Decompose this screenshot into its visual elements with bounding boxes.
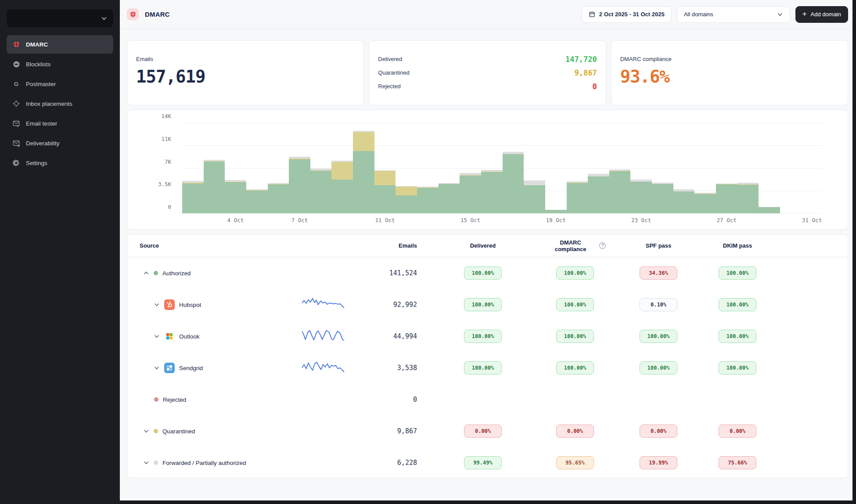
sidebar-item-settings[interactable]: Settings: [7, 154, 113, 172]
bar-segment: [524, 180, 545, 185]
chart-x-tick: 31 Oct: [802, 217, 822, 223]
chart-bar-25-oct[interactable]: [673, 189, 695, 213]
chart-bar-7-oct[interactable]: [289, 157, 310, 213]
bar-segment: [694, 194, 716, 213]
chart-bar-11-oct[interactable]: [374, 170, 396, 213]
dmarc-shield-icon: [127, 8, 139, 20]
chart-bar-6-oct[interactable]: [268, 183, 289, 213]
chevron-down-icon[interactable]: [143, 428, 149, 434]
emails-count: 3,538: [359, 364, 421, 372]
workspace-selector[interactable]: [7, 9, 113, 27]
breakdown-value: 147,720: [565, 55, 597, 64]
sidebar-item-blocklists[interactable]: Blocklists: [7, 55, 113, 73]
sidebar-nav: DMARCBlocklistsGPostmasterInbox placemen…: [7, 35, 113, 173]
chart-bar-29-oct[interactable]: [759, 207, 780, 213]
bar-segment: [353, 151, 374, 213]
bar-segment: [737, 185, 759, 213]
date-range-button[interactable]: 2 Oct 2025 - 31 Oct 2025: [582, 6, 672, 23]
gear-icon: [12, 158, 21, 167]
sidebar-item-inbox-placements[interactable]: Inbox placements: [7, 94, 113, 113]
badge-spf-pass: 100.00%: [640, 361, 677, 374]
chart-bar-8-oct[interactable]: [310, 169, 332, 213]
sparkline-hubspot: [302, 297, 344, 310]
bar-segment: [630, 182, 652, 213]
chart-bar-20-oct[interactable]: [567, 181, 588, 213]
chart-bar-5-oct[interactable]: [246, 189, 268, 213]
sidebar-item-label: DMARC: [26, 41, 48, 48]
bar-segment: [716, 184, 737, 213]
sendgrid-icon: [164, 363, 175, 373]
bar-segment: [396, 187, 417, 195]
sidebar-item-label: Inbox placements: [26, 101, 72, 107]
table-body: Authorized141,524100.00%100.00%34.36%100…: [127, 257, 848, 478]
chevron-down-icon[interactable]: [154, 365, 160, 371]
sidebar-item-dmarc[interactable]: DMARC: [7, 35, 113, 54]
breakdown-row-delivered: Delivered147,720: [378, 52, 597, 66]
chevron-down-icon[interactable]: [154, 302, 160, 308]
chart-bar-18-oct[interactable]: [524, 180, 545, 213]
chart-bar-13-oct[interactable]: [417, 187, 439, 213]
chart-bar-10-oct[interactable]: [353, 131, 374, 213]
chart-bar-15-oct[interactable]: [460, 173, 481, 213]
table-header-row: SourceEmailsDeliveredDMARC compliance?SP…: [127, 234, 848, 257]
badge-dmarc-compliance: 0.00%: [556, 425, 594, 438]
chevron-down-icon[interactable]: [143, 460, 149, 466]
chart-bar-26-oct[interactable]: [694, 193, 716, 213]
sidebar-item-label: Deliverability: [26, 140, 60, 147]
stat-cards: Emails 157,619 Delivered147,720Quarantin…: [127, 40, 848, 105]
badge-spf-pass: 0.10%: [640, 298, 677, 311]
help-icon[interactable]: ?: [599, 242, 606, 249]
chart-bar-9-oct[interactable]: [331, 161, 353, 213]
sidebar-item-deliverability[interactable]: Deliverability: [7, 134, 113, 152]
chevron-up-icon[interactable]: [143, 270, 149, 276]
bar-segment: [673, 191, 695, 213]
emails-count: 6,228: [359, 459, 421, 467]
chart-bar-16-oct[interactable]: [481, 170, 503, 213]
bar-segment: [759, 207, 780, 213]
chart-bar-17-oct[interactable]: [503, 152, 524, 213]
bar-segment: [481, 172, 503, 213]
mail-check-icon: [12, 119, 21, 128]
chart-y-tick: 3.5K: [127, 181, 171, 187]
table-row-rejected: Rejected0: [127, 384, 848, 415]
chart-bar-27-oct[interactable]: [716, 184, 737, 213]
bar-segment: [268, 184, 289, 213]
sidebar-item-postmaster[interactable]: GPostmaster: [7, 75, 113, 93]
breakdown-label: Delivered: [378, 56, 402, 62]
add-domain-button[interactable]: + Add domain: [795, 6, 848, 23]
chart-bar-19-oct[interactable]: [545, 210, 567, 213]
chart-bar-21-oct[interactable]: [588, 174, 609, 213]
sidebar-item-label: Email tester: [26, 120, 57, 127]
source-label: Outlook: [179, 333, 200, 340]
chart-bar-12-oct[interactable]: [396, 186, 417, 213]
chart-bar-14-oct[interactable]: [439, 183, 460, 213]
domain-filter-select[interactable]: All domains: [677, 6, 790, 23]
bar-segment: [374, 185, 396, 213]
chart-bar-4-oct[interactable]: [225, 180, 246, 213]
chart-bar-22-oct[interactable]: [609, 169, 631, 213]
chart-bar-28-oct[interactable]: [737, 183, 759, 213]
chevron-down-icon[interactable]: [154, 333, 160, 339]
emails-total-value: 157,619: [136, 67, 355, 86]
breakdown-label: Quarantined: [378, 69, 410, 76]
source-label: Forwarded / Partially authorized: [162, 460, 246, 466]
status-dot-gray: [154, 461, 158, 465]
badge-dmarc-compliance: 100.00%: [556, 298, 594, 311]
bar-segment: [460, 176, 481, 213]
sidebar: DMARCBlocklistsGPostmasterInbox placemen…: [0, 0, 120, 504]
topbar: DMARC 2 Oct 2025 - 31 Oct 2025 All domai…: [120, 0, 852, 29]
outlook-icon: [164, 331, 175, 342]
page-title: DMARC: [145, 11, 170, 18]
badge-delivered: 100.00%: [464, 298, 502, 311]
chart-x-tick: 15 Oct: [460, 217, 480, 223]
dmarc-compliance-card: DMARC compliance 93.6%: [611, 40, 848, 105]
chart-bar-2-oct[interactable]: [182, 181, 204, 213]
chart-bar-24-oct[interactable]: [652, 183, 673, 213]
chart-bar-23-oct[interactable]: [630, 180, 652, 213]
chart-bar-3-oct[interactable]: [204, 160, 225, 213]
emails-total-label: Emails: [136, 56, 355, 62]
column-header-dmarc-compliance: DMARC compliance?: [544, 239, 606, 252]
sidebar-item-email-tester[interactable]: Email tester: [7, 114, 113, 133]
chart-x-tick: 7 Oct: [291, 217, 308, 223]
target-icon: [12, 99, 21, 108]
